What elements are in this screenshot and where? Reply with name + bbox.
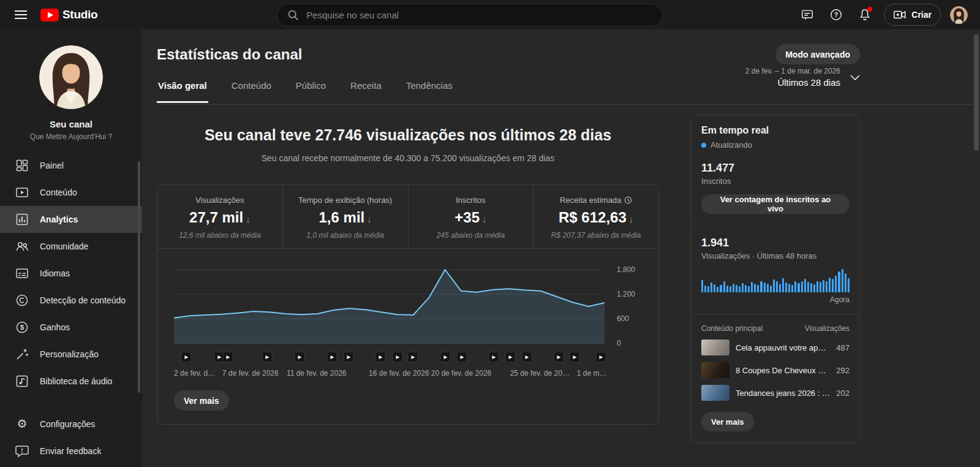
- sidebar-item-personalizacao[interactable]: Personalização: [0, 341, 142, 368]
- top-content-label: Conteúdo principal: [701, 324, 763, 333]
- trend-down-icon: [246, 214, 251, 224]
- realtime-bar: [726, 286, 728, 292]
- video-publish-marker-icon[interactable]: [326, 352, 337, 362]
- video-publish-marker-icon[interactable]: [375, 352, 386, 362]
- realtime-bar: [835, 276, 837, 292]
- trend-down-icon: [482, 214, 487, 224]
- clock-icon: [624, 196, 632, 204]
- sidebar-item-deteccao-de-conteudo[interactable]: Detecção de conteúdo: [0, 287, 142, 314]
- video-publish-marker-icon[interactable]: [505, 352, 515, 362]
- realtime-video-row[interactable]: Cela appauvrit votre appar… 487: [701, 340, 850, 355]
- realtime-bar: [823, 280, 824, 292]
- sidebar-item-idiomas[interactable]: Idiomas: [0, 260, 142, 287]
- metric-visualizacoes[interactable]: Visualizações 27,7 mil 12,6 mil abaixo d…: [157, 185, 282, 248]
- sidebar-scrollbar-thumb[interactable]: [138, 161, 140, 393]
- sidebar-item-enviar-feedback[interactable]: Enviar feedback: [0, 438, 142, 465]
- y-axis-tick-label: 1.800: [617, 265, 635, 274]
- search-bar[interactable]: [277, 4, 663, 26]
- overview-see-more-button[interactable]: Ver mais: [174, 390, 229, 411]
- content-icon: [15, 185, 29, 200]
- sidebar-item-comunidade[interactable]: Comunidade: [0, 233, 142, 260]
- realtime-bar: [810, 283, 812, 292]
- y-axis-tick-label: 0: [617, 339, 621, 347]
- realtime-now-label: Agora: [701, 295, 850, 304]
- video-publish-marker-icon[interactable]: [554, 352, 564, 362]
- tab-publico[interactable]: Público: [295, 77, 327, 103]
- realtime-see-more-button[interactable]: Ver mais: [701, 412, 754, 431]
- metric-receita-estimada[interactable]: Receita estimada R$ 612,63 R$ 207,37 aba…: [533, 185, 658, 248]
- realtime-bar: [764, 283, 766, 292]
- video-publish-marker-icon[interactable]: [262, 352, 273, 362]
- sidebar-item-label: Idiomas: [40, 268, 70, 278]
- realtime-bar: [707, 286, 709, 292]
- sidebar-item-configuracoes[interactable]: ⚙ Configurações: [0, 411, 142, 438]
- main-scrollbar-thumb[interactable]: [974, 34, 979, 151]
- video-publish-marker-icon[interactable]: [596, 352, 606, 362]
- video-publish-marker-icon[interactable]: [343, 352, 353, 362]
- notifications-button[interactable]: [855, 5, 875, 25]
- realtime-video-row[interactable]: 8 Coupes De Cheveux Pour… 292: [701, 362, 850, 378]
- metric-tempo-de-exibicao[interactable]: Tempo de exibição (horas) 1,6 mil 1,0 mi…: [282, 185, 408, 248]
- views-line-chart[interactable]: 1.8001.2006000: [157, 249, 658, 346]
- top-content-header: Conteúdo principal Visualizações: [701, 324, 850, 333]
- tab-receita[interactable]: Receita: [349, 77, 383, 103]
- analytics-icon: [15, 212, 29, 227]
- gear-icon: ⚙: [15, 417, 29, 431]
- overview-card: Visualizações 27,7 mil 12,6 mil abaixo d…: [157, 184, 659, 425]
- wand-icon: [15, 347, 29, 362]
- metric-inscritos[interactable]: Inscritos +35 245 abaixo da média: [408, 185, 533, 248]
- search-input[interactable]: [306, 10, 652, 20]
- messages-button[interactable]: [797, 5, 817, 25]
- account-avatar[interactable]: [950, 6, 968, 24]
- video-publish-marker-icon[interactable]: [222, 352, 233, 362]
- video-publish-marker-icon[interactable]: [294, 352, 304, 362]
- metrics-row: Visualizações 27,7 mil 12,6 mil abaixo d…: [157, 185, 658, 249]
- realtime-bar: [742, 283, 744, 292]
- metric-label: Visualizações: [161, 196, 279, 205]
- studio-logo[interactable]: Studio: [40, 8, 97, 21]
- dashboard-icon: [15, 158, 29, 173]
- messages-icon: [801, 8, 814, 21]
- video-publish-marker-icon[interactable]: [521, 352, 532, 362]
- date-range-selector[interactable]: 2 de fev. – 1 de mar. de 2026 Últimos 28…: [745, 67, 860, 88]
- video-publish-marker-icon[interactable]: [489, 352, 499, 362]
- video-publish-marker-icon[interactable]: [570, 352, 580, 362]
- realtime-bar: [729, 286, 731, 292]
- divider: [692, 224, 859, 224]
- sidebar-item-painel[interactable]: Painel: [0, 152, 142, 179]
- sidebar-item-biblioteca-de-audio[interactable]: Biblioteca de áudio: [0, 368, 142, 395]
- live-subscriber-count-button[interactable]: Ver contagem de inscritos ao vivo: [701, 194, 850, 214]
- realtime-bar: [829, 278, 831, 292]
- video-publish-marker-icon[interactable]: [408, 352, 418, 362]
- sidebar-item-ganhos[interactable]: $ Ganhos: [0, 314, 142, 341]
- realtime-bar: [832, 279, 834, 292]
- overview-column: Seu canal teve 27.746 visualizações nos …: [157, 105, 659, 425]
- video-publish-marker-icon[interactable]: [181, 352, 191, 362]
- music-note-icon: [15, 374, 29, 389]
- realtime-views-count: 1.941: [701, 237, 850, 249]
- copyright-icon: [15, 293, 29, 308]
- realtime-title: Em tempo real: [701, 125, 850, 136]
- sidebar-item-analytics[interactable]: Analytics: [0, 206, 142, 233]
- create-video-icon: [893, 8, 907, 21]
- account-avatar-image: [950, 6, 968, 24]
- tab-visao-geral[interactable]: Visão geral: [157, 77, 208, 103]
- video-publish-marker-icon[interactable]: [457, 352, 467, 362]
- realtime-card: Em tempo real Atualizando 11.477 Inscrit…: [691, 115, 860, 443]
- realtime-video-row[interactable]: Tendances jeans 2026 : ce … 202: [701, 385, 850, 401]
- video-title: 8 Coupes De Cheveux Pour…: [736, 366, 830, 375]
- subtitles-icon: [15, 266, 29, 281]
- hamburger-menu-button[interactable]: [11, 5, 31, 25]
- video-publish-marker-icon[interactable]: [392, 352, 402, 362]
- video-publish-marker-icon[interactable]: [440, 352, 451, 362]
- sidebar-item-label: Detecção de conteúdo: [40, 295, 126, 305]
- advanced-mode-button[interactable]: Modo avançado: [775, 44, 860, 64]
- tab-tendencias[interactable]: Tendências: [405, 77, 454, 103]
- sidebar-item-conteudo[interactable]: Conteúdo: [0, 179, 142, 206]
- tab-conteudo[interactable]: Conteúdo: [230, 77, 273, 103]
- help-button[interactable]: ?: [826, 5, 846, 25]
- channel-avatar[interactable]: [39, 45, 103, 109]
- search-icon: [287, 9, 299, 21]
- create-button[interactable]: Criar: [884, 4, 941, 26]
- realtime-bar: [704, 286, 706, 292]
